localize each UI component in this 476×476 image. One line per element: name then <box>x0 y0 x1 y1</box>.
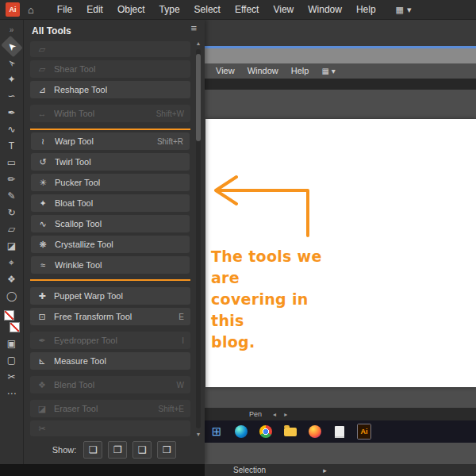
tool-row-warp-tool[interactable]: ≀Warp ToolShift+R <box>31 132 190 150</box>
firefox-icon[interactable] <box>309 425 321 438</box>
chrome-icon-slot[interactable] <box>259 424 273 439</box>
rectangle-tool-icon[interactable]: ▭ <box>3 156 21 170</box>
tool-row-puppet-warp-tool[interactable]: ✚Puppet Warp Tool <box>30 287 190 305</box>
scroll-down-icon[interactable]: ▾ <box>194 431 202 438</box>
tool-row-reshape-tool[interactable]: ⊿Reshape Tool <box>30 81 190 98</box>
eyedropper-tool-icon: ✒ <box>35 336 49 346</box>
chrome-icon[interactable] <box>259 425 272 438</box>
edge-icon-slot[interactable] <box>234 424 248 439</box>
workspace-switcher[interactable]: ▦ ▾ <box>396 5 412 15</box>
inner-menu-item-window[interactable]: Window <box>241 63 285 79</box>
statusbar: Selection ▸ <box>205 464 476 476</box>
menu-item-file[interactable]: File <box>50 0 79 19</box>
direct-selection-tool-icon[interactable]: ➢ <box>1 52 23 75</box>
tool-row-eyedropper-tool[interactable]: ✒Eyedropper ToolI <box>30 332 190 349</box>
scrollbar-thumb[interactable] <box>196 54 201 141</box>
free-transform-tool-icon: ⊡ <box>35 312 49 322</box>
menu-item-view[interactable]: View <box>266 0 301 19</box>
folder-icon-slot[interactable] <box>283 424 298 439</box>
show-toggle-1[interactable]: ❏ <box>83 441 102 459</box>
eraser-tool-icon[interactable]: ◪ <box>3 240 21 253</box>
menu-item-object[interactable]: Object <box>110 0 152 19</box>
tool-row-wrinkle-tool[interactable]: ≈Wrinkle Tool <box>31 256 190 274</box>
inner-workspace-switcher[interactable]: ▦ ▾ <box>321 67 335 75</box>
blend-tool-icon[interactable]: ❖ <box>3 273 21 286</box>
eyedropper-tool-icon[interactable]: ⌖ <box>3 256 21 270</box>
illustrator-icon[interactable]: Ai <box>357 424 371 440</box>
show-toggle-2[interactable]: ❐ <box>108 441 127 459</box>
curvature-tool-icon[interactable]: ∿ <box>3 123 21 136</box>
lasso-tool-icon[interactable]: ∽ <box>3 90 21 103</box>
file-icon[interactable] <box>335 426 344 438</box>
menubar-items: FileEditObjectTypeSelectEffectViewWindow… <box>50 0 383 19</box>
folder-icon[interactable] <box>284 428 297 436</box>
stroke-color-swatch[interactable] <box>10 322 20 332</box>
panel-scrollbar[interactable]: ▴ ▾ <box>194 41 202 436</box>
bloat-tool-icon: ✦ <box>36 198 50 209</box>
fill-stroke-swatches[interactable] <box>4 310 20 332</box>
menu-item-type[interactable]: Type <box>152 0 187 19</box>
eraser-tool-icon: ◪ <box>35 404 49 414</box>
tool-group-2: ≀Warp ToolShift+R↺Twirl Tool✳Pucker Tool… <box>30 129 190 281</box>
tool-row-shear-tool[interactable]: ▱Shear Tool <box>30 60 190 78</box>
show-toggle-3[interactable]: ❑ <box>132 441 152 459</box>
tool-label: Warp Tool <box>55 136 152 146</box>
tool-row-crystallize-tool[interactable]: ❋Crystallize Tool <box>31 236 190 253</box>
crystallize-tool-icon: ❋ <box>36 240 50 250</box>
tool-icon: ▱ <box>35 44 49 55</box>
annotation-line-1: The tools we are <box>211 246 338 289</box>
status-chevron-icon[interactable]: ▸ <box>323 466 327 474</box>
illustrator-icon-slot[interactable]: Ai <box>357 424 371 439</box>
tool-row-partial[interactable]: ✂ <box>30 420 190 436</box>
workspace-grid-icon: ▦ <box>321 67 328 75</box>
firefox-icon-slot[interactable] <box>308 424 322 439</box>
tool-row-eraser-tool[interactable]: ◪Eraser ToolShift+E <box>30 400 190 417</box>
menu-item-edit[interactable]: Edit <box>79 0 110 19</box>
tool-row-blend-tool[interactable]: ❖Blend ToolW <box>30 376 190 393</box>
panel-menu-icon[interactable]: ≡ <box>190 22 197 34</box>
paintbrush-tool-icon[interactable]: ✏ <box>3 173 21 186</box>
draw-mode-icon[interactable]: ▣ <box>3 337 21 351</box>
tool-row-scallop-tool[interactable]: ∿Scallop Tool <box>31 215 190 232</box>
start-icon-slot[interactable]: ⊞ <box>209 424 224 439</box>
tool-row-measure-tool[interactable]: ⊾Measure Tool <box>30 352 190 370</box>
windows-taskbar: ⊞Ai <box>205 420 476 443</box>
scroll-arrows-icon[interactable]: ◂ ▸ <box>273 411 290 418</box>
menu-item-select[interactable]: Select <box>187 0 228 19</box>
edge-icon[interactable] <box>235 425 248 438</box>
type-tool-icon[interactable]: T <box>3 140 21 153</box>
slice-tool-icon[interactable]: ✂ <box>3 370 21 384</box>
more-tools-icon[interactable]: ⋯ <box>3 387 21 401</box>
menu-item-help[interactable]: Help <box>349 0 383 19</box>
tool-label: Twirl Tool <box>55 157 178 167</box>
artboard-tool-icon[interactable]: ▢ <box>3 354 21 367</box>
inner-menu-item-help[interactable]: Help <box>285 63 316 79</box>
zoom-tool-icon[interactable]: ◯ <box>3 290 21 303</box>
scale-tool-icon[interactable]: ▱ <box>3 223 21 236</box>
menu-item-window[interactable]: Window <box>301 0 349 19</box>
tool-row-pucker-tool[interactable]: ✳Pucker Tool <box>31 174 190 191</box>
show-toggle-4[interactable]: ❒ <box>157 441 176 459</box>
collapse-panel-icon[interactable]: » <box>3 23 21 36</box>
tool-row-free-transform-tool[interactable]: ⊡Free Transform ToolE <box>30 308 190 325</box>
inner-menu-item-view[interactable]: View <box>209 63 241 79</box>
home-icon[interactable]: ⌂ <box>28 4 34 16</box>
scroll-up-icon[interactable]: ▴ <box>194 40 202 47</box>
rotate-tool-icon[interactable]: ↻ <box>3 206 21 220</box>
pencil-tool-icon[interactable]: ✎ <box>3 190 21 203</box>
start-icon[interactable]: ⊞ <box>212 424 222 439</box>
pen-tool-icon[interactable]: ✒ <box>3 106 21 120</box>
tool-label: Eyedropper Tool <box>54 336 177 345</box>
illustrator-window: ViewWindowHelp ▦ ▾ The tools we are cove… <box>0 0 476 476</box>
scallop-tool-icon: ∿ <box>36 219 50 229</box>
inner-window-menubar: ViewWindowHelp ▦ ▾ <box>205 63 476 79</box>
menu-item-effect[interactable]: Effect <box>228 0 266 19</box>
illustrator-app-icon[interactable]: Ai <box>6 2 20 17</box>
tool-row-partial[interactable]: ▱ <box>30 41 190 57</box>
file-icon-slot[interactable] <box>332 424 347 439</box>
tool-row-width-tool[interactable]: ↔Width ToolShift+W <box>30 105 190 122</box>
fill-color-swatch[interactable] <box>4 310 14 321</box>
tool-row-twirl-tool[interactable]: ↺Twirl Tool <box>31 153 190 171</box>
tool-row-bloat-tool[interactable]: ✦Bloat Tool <box>31 194 190 212</box>
magic-wand-tool-icon[interactable]: ✦ <box>3 73 21 86</box>
